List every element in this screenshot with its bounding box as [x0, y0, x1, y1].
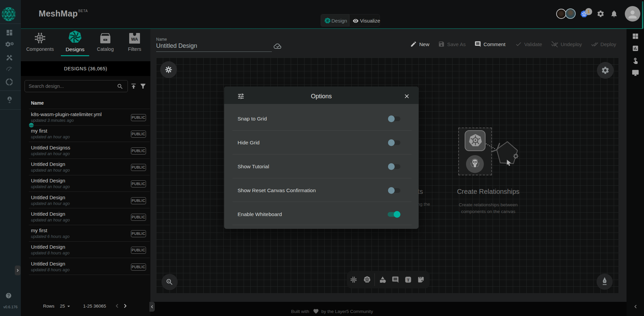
svg-text:T: T: [407, 278, 410, 282]
svg-text:WA: WA: [131, 37, 138, 42]
